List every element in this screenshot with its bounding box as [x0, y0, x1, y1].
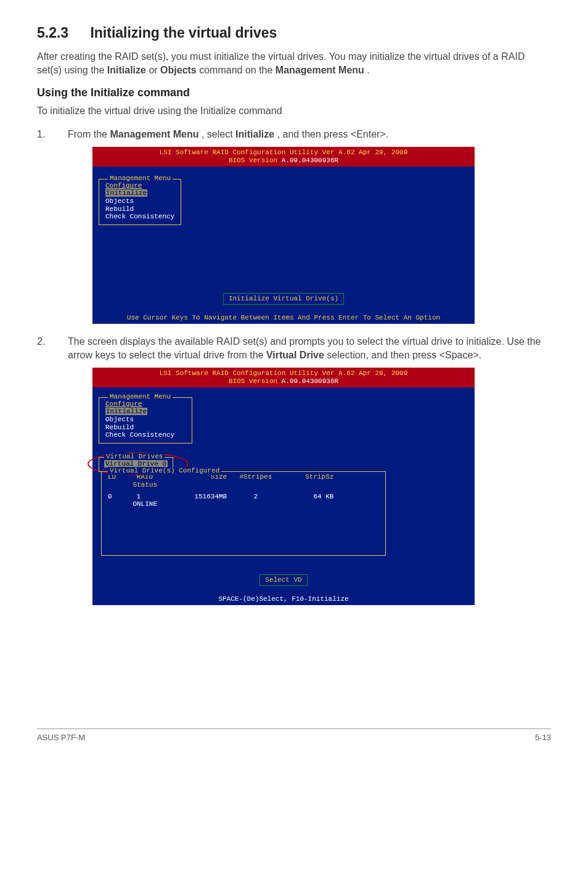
page-footer: ASUS P7F-M 5-13 — [37, 728, 551, 742]
cell-raid: 1 — [137, 493, 171, 501]
cell-stripsz: 64 KB — [284, 493, 333, 501]
virtual-drives-configured-box: Virtual Drive(s) Configured LD RAID Size… — [101, 471, 386, 556]
cell-ld: 0 — [108, 493, 133, 501]
text: , select — [202, 129, 235, 139]
footer-left: ASUS P7F-M — [37, 733, 85, 742]
menu-legend: Management Menu — [108, 175, 173, 183]
bios-title-line2a: BIOS Version — [229, 157, 282, 164]
text: command on the — [199, 65, 276, 75]
text: selection, and then press <Space>. — [327, 350, 481, 360]
step-number: 2. — [37, 335, 68, 349]
cell-size: 151634MB — [174, 493, 227, 501]
menu-label: Configure — [105, 400, 142, 408]
subsection-heading: Using the Initialize command — [37, 86, 551, 99]
col-status: Status — [108, 481, 157, 489]
virtual-drives-legend: Virtual Drives — [104, 453, 165, 461]
bios-titlebar: LSI Software RAID Configuration Utility … — [92, 147, 475, 166]
bold-objects: Objects — [160, 65, 197, 75]
bios-title-line2a: BIOS Version — [229, 377, 282, 385]
subsection-body: To initialize the virtual drive using th… — [37, 104, 551, 118]
footer-right: 5-13 — [535, 733, 551, 742]
menu-item-check-consistency[interactable]: Check Consistency — [105, 431, 186, 439]
col-stripes: #Stripes — [231, 473, 280, 481]
cell-status: ONLINE — [108, 500, 157, 508]
bios-titlebar: LSI Software RAID Configuration Utility … — [92, 368, 475, 387]
bold: Virtual Drive — [266, 350, 324, 360]
management-menu-box: Management Menu Configure Initialize Obj… — [99, 179, 181, 225]
bios-title-line1: LSI Software RAID Configuration Utility … — [160, 149, 408, 156]
menu-item-check-consistency[interactable]: Check Consistency — [105, 213, 174, 221]
menu-label: Configure — [105, 182, 142, 189]
menu-item-objects[interactable]: Objects — [105, 197, 174, 205]
management-menu-box: Management Menu Configure Initialize Obj… — [99, 397, 192, 444]
menu-legend: Management Menu — [108, 393, 173, 401]
step-number: 1. — [37, 128, 68, 141]
section-heading: 5.2.3 Initializing the virtual drives — [37, 25, 551, 41]
table-legend: Virtual Drive(s) Configured — [108, 467, 221, 475]
text: . — [367, 65, 369, 75]
step-1: 1. From the Management Menu , select Ini… — [37, 128, 551, 141]
step-2: 2. The screen displays the available RAI… — [37, 335, 551, 361]
bios-title-line1: LSI Software RAID Configuration Utility … — [160, 369, 408, 377]
menu-item-objects[interactable]: Objects — [105, 416, 186, 424]
virtual-drive-0[interactable]: Virtual Drive 0 — [104, 460, 168, 468]
table-header-row: LD RAID Size #Stripes StripSz Status — [108, 473, 379, 489]
cell-stripes: 2 — [231, 493, 280, 501]
bold: Management Menu — [110, 129, 198, 139]
bold-initialize: Initialize — [107, 65, 146, 75]
menu-label-selected: Initialize — [105, 189, 147, 197]
table-row[interactable]: 0 1 151634MB 2 64 KB ONLINE — [108, 493, 379, 508]
bios-screenshot-2: LSI Software RAID Configuration Utility … — [92, 368, 475, 605]
bios-hint-box: Initialize Virtual Drive(s) — [223, 293, 344, 305]
bios-hint-box: Select VD — [259, 574, 307, 586]
menu-label-selected: Initialize — [105, 408, 147, 415]
menu-item-initialize[interactable]: Initialize — [105, 189, 174, 197]
section-number: 5.2.3 — [37, 25, 86, 41]
step-text: From the Management Menu , select Initia… — [68, 128, 551, 141]
menu-item-rebuild[interactable]: Rebuild — [105, 205, 174, 213]
col-stripsz: StripSz — [284, 473, 333, 481]
section-title: Initializing the virtual drives — [90, 25, 277, 41]
bios-title-line2b: A.09.04300936R — [282, 377, 338, 385]
menu-item-rebuild[interactable]: Rebuild — [105, 424, 186, 432]
menu-item-configure[interactable]: Configure — [105, 400, 186, 408]
menu-item-initialize[interactable]: Initialize — [105, 408, 186, 416]
intro-paragraph: After creating the RAID set(s), you must… — [37, 50, 551, 76]
bios-status-bar: SPACE-(De)Select, F10-Initialize — [92, 593, 475, 606]
bold: Initialize — [235, 129, 274, 139]
text: or — [149, 65, 160, 75]
bold-management-menu: Management Menu — [276, 65, 364, 75]
text: , and then press <Enter>. — [277, 129, 389, 139]
step-text: The screen displays the available RAID s… — [68, 335, 551, 361]
text: From the — [68, 129, 110, 139]
bios-screenshot-1: LSI Software RAID Configuration Utility … — [92, 147, 475, 324]
bios-title-line2b: A.09.04300936R — [282, 157, 338, 164]
menu-item-configure[interactable]: Configure — [105, 182, 174, 190]
bios-status-bar: Use Cursor Keys To Navigate Between Item… — [92, 312, 475, 324]
